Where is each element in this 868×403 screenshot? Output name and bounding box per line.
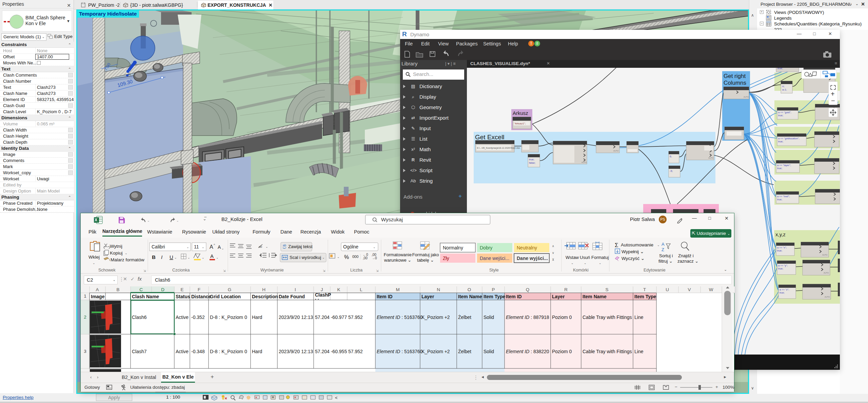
svg-text:B: B <box>116 287 119 292</box>
svg-text:⌄: ⌄ <box>202 256 204 259</box>
svg-text:Sortuj i: Sortuj i <box>659 253 673 258</box>
svg-text:Formatuj: Formatuj <box>591 255 609 260</box>
svg-text:Kopiuj: Kopiuj <box>110 250 123 256</box>
svg-text:true;: true; <box>777 167 782 170</box>
svg-text:U: U <box>170 254 173 260</box>
svg-text:a == "layer";: a == "layer"; <box>777 164 791 167</box>
svg-text:A: A <box>218 244 221 250</box>
svg-text:⌄: ⌄ <box>657 243 660 247</box>
svg-text:Status: Status <box>176 294 190 299</box>
svg-text:Layer: Layer <box>421 294 434 299</box>
svg-text:V: V <box>688 287 691 292</box>
svg-text:-0.348: -0.348 <box>191 349 205 354</box>
svg-text:true;: true; <box>778 114 783 117</box>
svg-text:U: U <box>666 287 669 292</box>
svg-text:true;: true; <box>777 249 782 252</box>
svg-text:true;: true; <box>777 198 782 201</box>
svg-text:Arkusz: Arkusz <box>513 110 528 116</box>
svg-text:AUTO: AUTO <box>708 157 714 159</box>
svg-text:Żelbet: Żelbet <box>458 314 471 320</box>
svg-text:^: ^ <box>214 243 215 247</box>
svg-text:⌄: ⌄ <box>216 256 219 259</box>
svg-text:Item Name: Item Name <box>458 294 482 299</box>
svg-text:. .: . . <box>315 295 319 301</box>
svg-text:a == "y";: a == "y"; <box>778 264 788 267</box>
svg-text:57.204 -60.977 57.952: 57.204 -60.977 57.952 <box>315 315 363 320</box>
svg-text:Columns: Columns <box>724 80 746 86</box>
svg-text:A: A <box>210 253 214 259</box>
svg-text:⌄: ⌄ <box>176 219 179 222</box>
svg-text:"Arkusz1";: "Arkusz1"; <box>514 122 526 125</box>
svg-text:D-8 : K_Poziom 0: D-8 : K_Poziom 0 <box>210 349 247 354</box>
svg-text:Czcionka: Czcionka <box>172 268 190 273</box>
svg-text:x,y,z: x,y,z <box>775 231 786 237</box>
svg-text:P: P <box>492 287 495 292</box>
svg-text:Item Name: Item Name <box>583 294 607 299</box>
svg-text:⌄: ⌄ <box>724 267 727 271</box>
svg-text:C: C <box>139 287 143 292</box>
svg-text:⇲: ⇲ <box>376 269 379 273</box>
svg-text:Image: Image <box>91 294 105 299</box>
svg-text:I: I <box>295 287 296 292</box>
svg-text:⇲: ⇲ <box>323 269 326 273</box>
svg-text:T: T <box>643 287 646 292</box>
svg-text:⊻: ⊻ <box>552 258 554 261</box>
svg-text:%: % <box>344 254 349 260</box>
svg-text:Hard: Hard <box>252 315 262 320</box>
svg-text:Wyrównanie: Wyrównanie <box>260 268 284 273</box>
svg-text:-0.352: -0.352 <box>191 315 205 320</box>
svg-text:Get Excell: Get Excell <box>475 134 505 141</box>
svg-text:Element ID : 5163760: Element ID : 5163760 <box>377 349 423 354</box>
svg-text:Clash7: Clash7 <box>132 349 147 354</box>
svg-text:AUTO: AUTO <box>613 150 619 152</box>
svg-text:∨: ∨ <box>552 251 554 255</box>
svg-text:⌄: ⌄ <box>322 256 325 259</box>
svg-text:Scal i wyśrodkuj: Scal i wyśrodkuj <box>290 255 321 260</box>
svg-text:1: 1 <box>84 294 86 299</box>
svg-text:3: 3 <box>84 349 86 354</box>
svg-text:J: J <box>321 287 323 292</box>
svg-text:Clash Name: Clash Name <box>132 294 159 299</box>
svg-text:Element ID : 5163760: Element ID : 5163760 <box>377 315 423 320</box>
svg-text:S: S <box>605 287 608 292</box>
svg-text:Żelbet: Żelbet <box>458 348 471 354</box>
svg-text:Poziom 0: Poziom 0 <box>552 315 572 320</box>
svg-text:A: A <box>96 287 99 292</box>
svg-text:n;: n; <box>782 85 785 88</box>
svg-text:Layer: Layer <box>552 294 565 299</box>
svg-text:Style: Style <box>489 268 499 273</box>
svg-text:true;: true; <box>777 68 783 70</box>
svg-text:Malarz formatów: Malarz formatów <box>111 257 144 262</box>
svg-text:a == "gridlocation";: a == "gridlocation"; <box>778 137 800 140</box>
svg-text:Liczba: Liczba <box>350 268 362 273</box>
svg-text:<: < <box>335 395 338 400</box>
svg-text:✕: ✕ <box>255 396 258 399</box>
svg-text:a == "guid";: a == "guid"; <box>778 111 791 114</box>
svg-text:tabelę ⌄: tabelę ⌄ <box>417 258 434 263</box>
svg-text:⌄: ⌄ <box>265 245 268 248</box>
svg-text:Wklej: Wklej <box>88 255 100 260</box>
svg-text:K: K <box>337 287 340 292</box>
svg-text:⌄: ⌄ <box>186 245 189 249</box>
svg-text:Wytnij: Wytnij <box>110 244 122 249</box>
svg-text:Item Type: Item Type <box>634 294 656 299</box>
svg-text:Line: Line <box>634 349 644 354</box>
svg-text:filtruj ⌄: filtruj ⌄ <box>658 259 673 264</box>
svg-text:L: L <box>360 287 362 292</box>
svg-text:Z: Z <box>662 247 664 252</box>
svg-text:a == "x";: a == "x"; <box>777 246 787 249</box>
svg-text:Wypełnij ⌄: Wypełnij ⌄ <box>622 249 644 254</box>
svg-text:2: 2 <box>84 315 86 320</box>
svg-text:I: I <box>161 254 162 260</box>
svg-text:∧: ∧ <box>552 244 554 248</box>
svg-text:,00: ,00 <box>363 256 368 260</box>
svg-text:D-8 : K_Poziom 0: D-8 : K_Poziom 0 <box>210 315 247 320</box>
svg-text:Normalny: Normalny <box>443 245 463 250</box>
svg-text:Q: Q <box>526 287 530 292</box>
svg-text:⌄: ⌄ <box>202 245 204 249</box>
svg-text:⌄: ⌄ <box>125 251 127 255</box>
svg-text:H: H <box>262 287 265 292</box>
svg-text:⇲: ⇲ <box>143 269 146 273</box>
svg-text:K_Poziom +2: K_Poziom +2 <box>421 315 450 320</box>
svg-text:D: D <box>161 287 164 292</box>
